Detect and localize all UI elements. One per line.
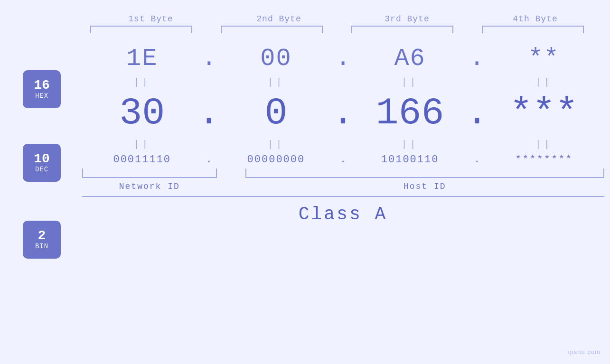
hex-value-row: 1E . 00 . A6 . ** bbox=[82, 45, 604, 73]
eq7: || bbox=[355, 139, 466, 150]
byte4-header: 4th Byte bbox=[483, 14, 588, 24]
hex-b3: A6 bbox=[355, 45, 466, 73]
eq4: || bbox=[488, 77, 600, 88]
bin-badge: 2 BIN bbox=[23, 221, 61, 259]
bin-dot3: . bbox=[465, 154, 488, 166]
bin-value-row: 00011110 . 00000000 . 10100110 . *******… bbox=[82, 154, 604, 166]
watermark: ipshu.com bbox=[568, 348, 601, 355]
byte2-header: 2nd Byte bbox=[227, 14, 331, 24]
network-id-label: Network ID bbox=[82, 182, 217, 191]
bottom-section: Network ID Host ID bbox=[82, 168, 604, 191]
dec-badge-num: 10 bbox=[34, 152, 50, 166]
eq2: || bbox=[221, 77, 332, 88]
class-label: Class A bbox=[82, 204, 604, 224]
hex-b4: ** bbox=[488, 45, 600, 73]
byte-brackets bbox=[90, 26, 610, 33]
dec-value-row: 30 . 0 . 166 . *** bbox=[82, 92, 604, 135]
hex-b1: 1E bbox=[87, 45, 198, 73]
main-grid: 1E . 00 . A6 . ** || || || || 30 . 0 . 1… bbox=[82, 38, 604, 166]
bin-badge-num: 2 bbox=[38, 229, 46, 243]
outer-bracket-line bbox=[82, 196, 604, 197]
byte1-header: 1st Byte bbox=[99, 14, 203, 24]
dec-b4: *** bbox=[488, 92, 600, 135]
byte1-bracket bbox=[90, 26, 192, 33]
outer-bracket-section bbox=[82, 196, 604, 197]
hex-eq-row: || || || || bbox=[82, 73, 604, 92]
hex-badge-label: HEX bbox=[35, 92, 48, 100]
main-container: 16 HEX 10 DEC 2 BIN 1st Byte 2nd Byte 3r… bbox=[0, 0, 610, 364]
dec-dot1: . bbox=[197, 92, 221, 135]
byte4-bracket bbox=[482, 26, 584, 33]
byte3-header: 3rd Byte bbox=[355, 14, 460, 24]
bottom-brackets bbox=[82, 168, 604, 178]
hex-dot1: . bbox=[197, 45, 221, 73]
dec-dot3: . bbox=[465, 92, 488, 135]
host-id-label: Host ID bbox=[245, 182, 604, 191]
dec-eq-row: || || || || bbox=[82, 135, 604, 154]
bin-dot2: . bbox=[331, 154, 355, 166]
hex-badge: 16 HEX bbox=[23, 70, 61, 108]
host-bracket bbox=[245, 168, 604, 178]
eq1: || bbox=[87, 77, 198, 88]
eq5: || bbox=[87, 139, 198, 150]
hex-dot3: . bbox=[465, 45, 488, 73]
dec-badge-label: DEC bbox=[35, 166, 48, 173]
eq8: || bbox=[488, 139, 600, 150]
byte-header-row: 1st Byte 2nd Byte 3rd Byte 4th Byte bbox=[87, 14, 600, 24]
network-bracket bbox=[82, 168, 217, 178]
bin-b4: ******** bbox=[488, 154, 600, 166]
dec-b2: 0 bbox=[221, 92, 332, 135]
dec-b3: 166 bbox=[355, 92, 466, 135]
hex-dot2: . bbox=[331, 45, 355, 73]
bin-b2: 00000000 bbox=[221, 154, 332, 166]
id-labels: Network ID Host ID bbox=[82, 182, 604, 191]
eq3: || bbox=[355, 77, 466, 88]
byte2-bracket bbox=[221, 26, 323, 33]
bin-b3: 10100110 bbox=[355, 154, 466, 166]
dec-dot2: . bbox=[331, 92, 355, 135]
byte3-bracket bbox=[351, 26, 453, 33]
bin-dot1: . bbox=[197, 154, 221, 166]
eq6: || bbox=[221, 139, 332, 150]
bin-b1: 00011110 bbox=[87, 154, 198, 166]
dec-badge: 10 DEC bbox=[23, 144, 61, 182]
dec-b1: 30 bbox=[87, 92, 198, 135]
hex-b2: 00 bbox=[221, 45, 332, 73]
bin-badge-label: BIN bbox=[35, 243, 48, 250]
hex-badge-num: 16 bbox=[34, 79, 50, 92]
